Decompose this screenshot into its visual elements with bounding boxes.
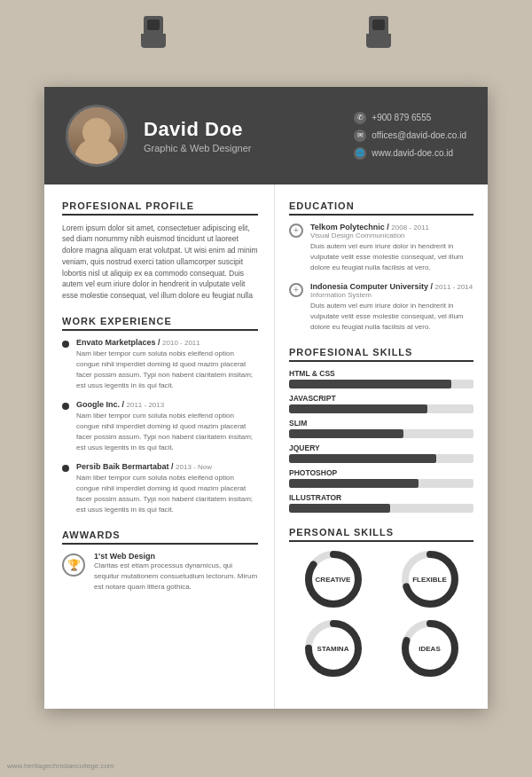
contact-phone-row: ✆ +900 879 6555 [354, 112, 431, 124]
edu-degree: Visual Design Communication [310, 232, 473, 239]
work-bullet [62, 403, 69, 410]
skill-circle: STAMINA [303, 618, 364, 679]
skill-label: HTML & CSS [289, 369, 473, 378]
work-desc: Nam liber tempor cum soluta nobis eleife… [76, 349, 258, 391]
binder-clip-right [369, 16, 388, 48]
skill-bar-background [289, 380, 473, 388]
contact-email: offices@david-doe.co.id [372, 130, 466, 140]
edu-content: Telkom Polytechnic / 2008 - 2011 Visual … [310, 223, 473, 273]
person-title: Graphic & Web Designer [144, 143, 338, 153]
contact-website: www.david-doe.co.id [372, 148, 453, 158]
personal-skill-item: CREATIVE [289, 549, 377, 609]
edu-plus-icon: + [289, 283, 303, 297]
right-column: EDUCATION + Telkom Polytechnic / 2008 - … [275, 184, 488, 709]
skill-label: SLIM [289, 419, 473, 428]
resume-header: David Doe Graphic & Web Designer ✆ +900 … [44, 87, 488, 184]
work-section-title: WORK EXPERIENCE [62, 316, 258, 331]
skill-bar-background [289, 454, 473, 463]
profile-text: Lorem ipsum dolor sit amet, consectetuer… [62, 223, 258, 302]
edu-item: + Telkom Polytechnic / 2008 - 2011 Visua… [289, 223, 473, 273]
work-period: 2011 - 2013 [127, 401, 165, 409]
work-bullet [62, 341, 69, 348]
personal-skills-grid: CREATIVE FLEXIBLE STAMINA [289, 549, 473, 679]
award-item: 🏆 1'st Web Design Claritas est etiam pro… [62, 552, 258, 593]
skill-circle-label: IDEAS [419, 644, 440, 652]
skill-circle-label: STAMINA [317, 644, 349, 652]
award-title: 1'st Web Design [94, 552, 258, 561]
award-content: 1'st Web Design Claritas est etiam proce… [94, 552, 258, 593]
edu-item: + Indonesia Computer University / 2011 -… [289, 282, 473, 333]
profile-section: PROFESIONAL PROFILE Lorem ipsum dolor si… [62, 200, 258, 302]
work-company: Google Inc. / 2011 - 2013 [76, 400, 258, 409]
header-name-block: David Doe Graphic & Web Designer [144, 118, 338, 153]
award-icon: 🏆 [62, 553, 85, 577]
work-content: Envato Marketplaces / 2010 - 2011 Nam li… [76, 338, 258, 391]
phone-icon: ✆ [354, 112, 366, 124]
personal-skill-item: IDEAS [386, 618, 473, 679]
skill-circle-label: FLEXIBLE [412, 575, 447, 583]
skill-bars: HTML & CSS JAVASCRIPT SLIM JQUERY PHOTOS… [289, 369, 473, 513]
skill-circle: FLEXIBLE [400, 549, 460, 609]
binder-clip-left [144, 16, 163, 48]
skill-bar-fill [289, 404, 427, 413]
skill-bar-item: JQUERY [289, 443, 473, 463]
education-section-title: EDUCATION [289, 200, 473, 216]
work-items: Envato Marketplaces / 2010 - 2011 Nam li… [62, 338, 258, 515]
work-content: Persib Baik Bermartabat / 2013 - Now Nam… [76, 462, 258, 515]
skill-bar-background [289, 479, 473, 488]
skill-circle: IDEAS [400, 618, 460, 679]
prof-skills-title: PROFESIONAL SKILLS [289, 347, 473, 362]
edu-period: 2008 - 2011 [391, 224, 429, 232]
watermark: www.heritagechristiancollege.com [7, 762, 114, 770]
skill-label: ILLUSTRATOR [289, 493, 473, 502]
award-desc: Claritas est etiam processus dynamicus, … [94, 561, 258, 593]
edu-desc: Duis autem vel eum iriure dolor in hendr… [310, 241, 473, 273]
skill-bar-item: ILLUSTRATOR [289, 493, 473, 513]
personal-skills-title: PERSONAL SKILLS [289, 527, 473, 542]
skill-bar-fill [289, 454, 436, 463]
work-bullet [62, 465, 69, 472]
personal-skill-item: STAMINA [289, 618, 377, 679]
avatar [66, 105, 128, 167]
contact-phone: +900 879 6555 [372, 113, 431, 122]
skill-label: PHOTOSHOP [289, 468, 473, 477]
edu-period: 2011 - 2014 [435, 283, 473, 291]
work-item: Google Inc. / 2011 - 2013 Nam liber temp… [62, 400, 258, 453]
skill-bar-item: SLIM [289, 419, 473, 438]
skill-bar-fill [289, 429, 403, 438]
skill-circle: CREATIVE [303, 549, 364, 609]
work-item: Envato Marketplaces / 2010 - 2011 Nam li… [62, 338, 258, 391]
personal-skill-item: FLEXIBLE [386, 549, 473, 609]
edu-items: + Telkom Polytechnic / 2008 - 2011 Visua… [289, 223, 473, 333]
work-desc: Nam liber tempor cum soluta nobis eleife… [76, 473, 258, 515]
skill-bar-fill [289, 479, 419, 488]
awards-items: 🏆 1'st Web Design Claritas est etiam pro… [62, 552, 258, 593]
skill-label: JAVASCRIPT [289, 394, 473, 403]
edu-content: Indonesia Computer University / 2011 - 2… [310, 282, 473, 333]
skill-bar-fill [289, 504, 390, 513]
left-column: PROFESIONAL PROFILE Lorem ipsum dolor si… [44, 184, 275, 709]
resume-document: David Doe Graphic & Web Designer ✆ +900 … [44, 87, 488, 709]
work-content: Google Inc. / 2011 - 2013 Nam liber temp… [76, 400, 258, 453]
work-company: Envato Marketplaces / 2010 - 2011 [76, 338, 258, 347]
person-name: David Doe [144, 118, 338, 141]
skill-bar-background [289, 429, 473, 438]
edu-plus-icon: + [289, 224, 303, 238]
skill-bar-item: JAVASCRIPT [289, 394, 473, 413]
skill-label: JQUERY [289, 443, 473, 452]
edu-school: Telkom Polytechnic / 2008 - 2011 [310, 223, 473, 232]
skill-bar-background [289, 404, 473, 413]
header-contact: ✆ +900 879 6555 ✉ offices@david-doe.co.i… [354, 112, 466, 160]
work-item: Persib Baik Bermartabat / 2013 - Now Nam… [62, 462, 258, 515]
edu-degree: Information System [310, 291, 473, 299]
awards-section-title: AWWARDS [62, 530, 258, 545]
skill-bar-item: HTML & CSS [289, 369, 473, 388]
email-icon: ✉ [354, 130, 366, 142]
profile-section-title: PROFESIONAL PROFILE [62, 200, 258, 216]
skill-bar-fill [289, 380, 451, 388]
skill-circle-label: CREATIVE [316, 575, 351, 583]
work-period: 2013 - Now [176, 463, 212, 471]
skill-bar-background [289, 504, 473, 513]
work-period: 2010 - 2011 [162, 339, 200, 347]
website-icon: 🌐 [354, 147, 366, 160]
